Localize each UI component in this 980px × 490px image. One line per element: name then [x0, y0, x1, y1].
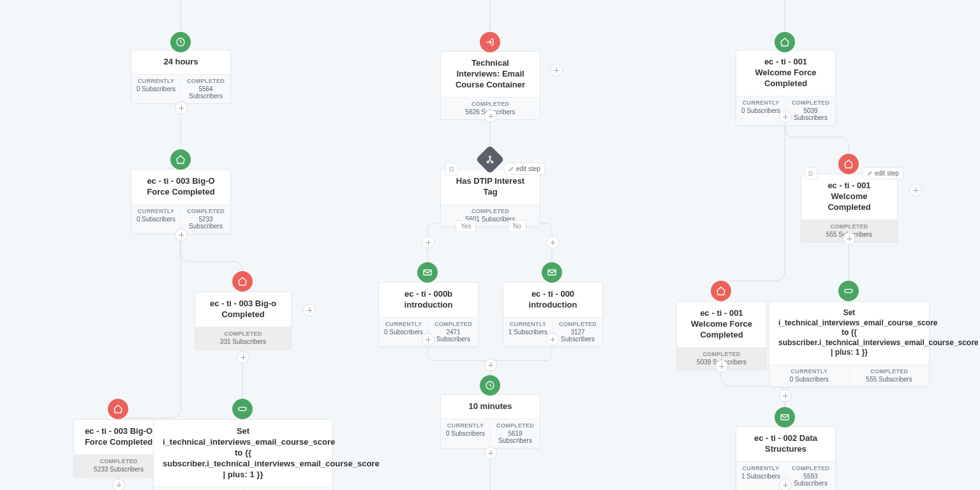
add-step-button[interactable] [484, 110, 497, 122]
tag-icon [838, 154, 859, 174]
add-step-button[interactable] [779, 110, 792, 123]
clock-icon [480, 375, 500, 396]
add-step-button[interactable] [909, 184, 922, 197]
node-title: ec - ti - 003 Big-O Force Completed [131, 170, 230, 204]
node-big-o-force-2[interactable]: ec - ti - 003 Big-O Force Completed COMP… [73, 419, 164, 477]
add-step-button[interactable] [422, 236, 434, 249]
node-big-o-force[interactable]: ec - ti - 003 Big-O Force Completed CURR… [131, 169, 231, 234]
node-title: ec - ti - 002 Data Structures [736, 427, 835, 461]
add-step-button[interactable] [303, 304, 316, 316]
node-title: 10 minutes [441, 395, 540, 419]
copy-button[interactable] [445, 163, 458, 175]
node-title: ec - ti - 001 Welcome Completed [801, 174, 897, 219]
add-step-button[interactable] [843, 232, 856, 245]
add-step-button[interactable] [550, 64, 563, 77]
node-set-score-left[interactable]: Set i_technical_interviews_email_course_… [153, 419, 333, 490]
add-step-button[interactable] [484, 359, 497, 371]
node-title: ec - ti - 000 introduction [503, 283, 602, 317]
field-icon [232, 399, 253, 419]
email-icon [417, 262, 438, 283]
svg-rect-10 [845, 289, 852, 292]
svg-point-4 [491, 161, 493, 163]
node-title: ec - ti - 000b introduction [379, 283, 478, 317]
add-step-button[interactable] [175, 228, 188, 241]
email-icon [542, 262, 562, 283]
exit-icon [480, 32, 500, 52]
add-step-button[interactable] [175, 101, 188, 114]
node-title: Set i_technical_interviews_email_course_… [769, 302, 929, 364]
node-title: Set i_technical_interviews_email_course_… [154, 420, 332, 486]
add-step-button[interactable] [546, 333, 559, 346]
node-title: ec - ti - 003 Big-O Force Completed [74, 420, 163, 454]
branch-no: No [508, 220, 526, 232]
svg-rect-5 [450, 167, 453, 171]
add-step-button[interactable] [779, 389, 792, 402]
node-title: Technical Interviews: Email Course Conta… [441, 52, 540, 97]
svg-point-3 [487, 161, 489, 163]
node-has-dtip-tag[interactable]: Has DTIP Interest Tag COMPLETED5601 Subs… [440, 169, 540, 227]
node-title: 24 hours [131, 50, 230, 74]
field-icon [838, 281, 859, 301]
node-24-hours[interactable]: 24 hours CURRENTLY0 SubscribersCOMPLETED… [131, 50, 231, 104]
node-10-minutes[interactable]: 10 minutes CURRENTLY0 SubscribersCOMPLET… [440, 394, 540, 449]
add-step-button[interactable] [484, 447, 497, 459]
tag-icon [108, 399, 128, 419]
edit-step-button[interactable]: edit step [863, 167, 903, 179]
add-step-button[interactable] [779, 479, 792, 490]
clock-icon [170, 32, 191, 52]
tag-icon [170, 149, 191, 170]
tag-icon [711, 281, 731, 301]
node-big-o-completed[interactable]: ec - ti - 003 Big-o Completed COMPLETED3… [195, 292, 292, 350]
email-icon [775, 407, 795, 427]
tag-icon [775, 32, 795, 52]
add-step-button[interactable] [422, 333, 434, 346]
svg-rect-9 [809, 172, 812, 175]
tag-icon [232, 271, 253, 292]
add-step-button[interactable] [546, 236, 559, 249]
node-title: ec - ti - 001 Welcome Force Completed [677, 302, 766, 347]
edit-step-button[interactable]: edit step [504, 163, 545, 175]
node-title: ec - ti - 001 Welcome Force Completed [736, 50, 835, 96]
node-title: ec - ti - 003 Big-o Completed [195, 292, 291, 327]
svg-rect-1 [239, 407, 246, 410]
svg-point-2 [489, 156, 491, 158]
copy-button[interactable] [805, 167, 817, 180]
add-step-button[interactable] [715, 360, 728, 373]
add-step-button[interactable] [112, 479, 125, 490]
add-step-button[interactable] [237, 351, 249, 364]
node-set-score-right[interactable]: Set i_technical_interviews_email_course_… [769, 301, 930, 387]
branch-yes: Yes [456, 220, 476, 232]
